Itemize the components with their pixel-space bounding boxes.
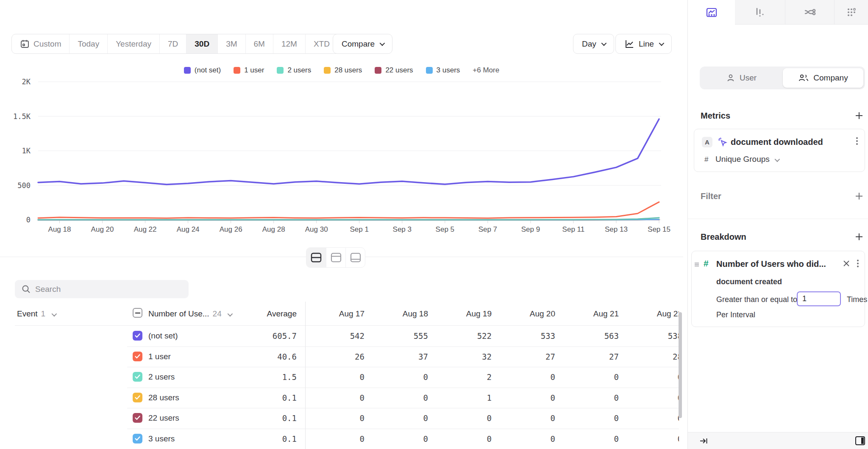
legend-swatch (426, 67, 433, 74)
chart-type-tab-flow[interactable] (785, 0, 834, 25)
cell-value: 522 (441, 331, 492, 341)
legend-item[interactable]: 28 users (324, 66, 362, 75)
add-metric-button[interactable] (855, 111, 863, 122)
chart-style-button[interactable]: Line (615, 34, 672, 54)
collapse-panel-icon[interactable] (699, 436, 708, 447)
series-select-all-checkbox[interactable] (133, 308, 142, 318)
range-button-3m[interactable]: 3M (217, 34, 245, 53)
compare-label: Compare (342, 39, 375, 49)
table-scrollbar[interactable] (679, 312, 682, 418)
legend-item[interactable]: 2 users (277, 66, 311, 75)
event-cursor-icon (717, 136, 728, 149)
y-axis-label: 0 (26, 216, 31, 224)
range-button-7d[interactable]: 7D (159, 34, 186, 53)
y-axis-label: 2K (22, 78, 31, 86)
chart-type-tab-bar[interactable] (735, 0, 785, 25)
series-checkbox[interactable] (133, 372, 142, 382)
table-row[interactable]: 3 users0.1000000 (0, 429, 679, 449)
search-input[interactable] (15, 280, 189, 298)
series-label: 1 user (148, 352, 171, 361)
cell-value: 0 (314, 434, 364, 443)
metric-letter-badge: A (702, 137, 712, 147)
legend-swatch (324, 67, 331, 74)
range-button-custom[interactable]: Custom (12, 34, 69, 53)
scope-user-button[interactable]: User (700, 67, 783, 89)
breakdown-card[interactable]: # Number of Users who did... document cr… (691, 251, 865, 327)
series-checkbox[interactable] (133, 352, 142, 361)
range-label: 3M (226, 39, 237, 49)
cell-value: 0 (632, 393, 679, 402)
legend-item[interactable]: (not set) (184, 66, 221, 75)
layout-chart-only-button[interactable] (326, 248, 345, 267)
series-column-header[interactable]: Number of Use...24 (148, 309, 231, 319)
interval-label: Day (582, 39, 596, 49)
breakdown-unit-label: Times (847, 295, 867, 304)
measure-selector[interactable]: Unique Groups (715, 155, 779, 164)
range-label: Custom (33, 39, 61, 49)
chevron-down-icon (659, 41, 664, 46)
range-button-today[interactable]: Today (69, 34, 107, 53)
range-label: Today (78, 39, 99, 49)
layout-table-only-button[interactable] (345, 248, 365, 267)
cell-value: 0 (568, 434, 619, 443)
x-axis-label: Aug 24 (177, 225, 200, 233)
cell-value: 542 (314, 331, 364, 341)
cell-value: 0 (377, 413, 428, 423)
average-value: 1.5 (246, 372, 297, 382)
legend-more-link[interactable]: +6 More (473, 66, 499, 75)
cell-value: 26 (314, 352, 364, 361)
chart-type-tab-grid[interactable] (834, 0, 868, 25)
table-row[interactable]: 1 user40.6263732272728 (0, 346, 679, 367)
close-icon[interactable] (843, 260, 850, 269)
range-button-12m[interactable]: 12M (273, 34, 305, 53)
breakdown-value-input[interactable] (797, 291, 841, 306)
table-row[interactable]: 2 users1.5002000 (0, 367, 679, 387)
compare-button[interactable]: Compare (333, 34, 392, 54)
metric-menu-button[interactable] (856, 136, 858, 146)
chevron-down-icon (775, 157, 780, 162)
breakdown-menu-button[interactable] (857, 258, 859, 269)
series-checkbox[interactable] (133, 393, 142, 402)
range-button-yesterday[interactable]: Yesterday (107, 34, 159, 53)
x-axis-label: Aug 28 (262, 225, 285, 233)
drag-handle-icon[interactable] (694, 261, 700, 269)
measure-label: Unique Groups (715, 155, 770, 164)
x-axis-label: Aug 22 (134, 225, 157, 233)
calendar-icon (20, 39, 30, 49)
table-row[interactable]: 28 users0.1001000 (0, 388, 679, 408)
x-axis-label: Sep 5 (436, 225, 454, 233)
cell-value: 27 (504, 352, 555, 361)
series-label: 28 users (148, 393, 179, 402)
scope-company-button[interactable]: Company (783, 68, 863, 88)
table-row[interactable]: 22 users0.1000000 (0, 408, 679, 428)
series-checkbox[interactable] (133, 434, 142, 443)
date-range-group: CustomTodayYesterday7D30D3M6M12MXTD (11, 34, 347, 54)
cell-value: 0 (632, 434, 679, 443)
range-button-6m[interactable]: 6M (245, 34, 273, 53)
legend-item[interactable]: 22 users (375, 66, 413, 75)
legend-swatch (184, 67, 191, 74)
series-checkbox[interactable] (133, 413, 142, 423)
legend-item[interactable]: 3 users (426, 66, 460, 75)
add-filter-button[interactable] (855, 192, 863, 202)
cell-value: 0 (568, 393, 619, 402)
x-axis-label: Sep 13 (605, 225, 628, 233)
table-row[interactable]: (not set)605.7542555522533563538 (0, 326, 679, 346)
series-checkbox[interactable] (133, 331, 142, 341)
layout-split-button[interactable] (306, 248, 326, 267)
cell-value: 0 (377, 434, 428, 443)
metric-card[interactable]: A document downloaded # Unique Groups (694, 129, 865, 172)
event-column-header[interactable]: Event1 (17, 309, 56, 319)
cell-value: 1 (441, 393, 492, 402)
add-breakdown-button[interactable] (855, 233, 863, 243)
range-label: Yesterday (116, 39, 151, 49)
chart-type-tab-line[interactable] (688, 0, 735, 25)
interval-button[interactable]: Day (573, 34, 614, 54)
range-button-30d[interactable]: 30D (186, 34, 217, 53)
y-axis-label: 1.5K (13, 112, 31, 121)
panel-section-divider (688, 219, 868, 219)
cell-value: 28 (632, 352, 679, 361)
average-value: 0.1 (246, 393, 297, 402)
legend-item[interactable]: 1 user (234, 66, 264, 75)
side-panel-icon[interactable] (855, 436, 865, 447)
